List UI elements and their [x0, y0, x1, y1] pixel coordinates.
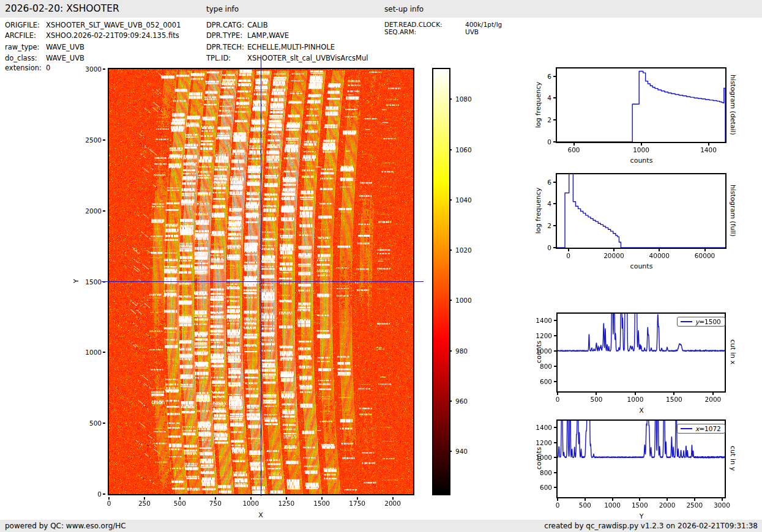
- crosshair-vertical-line: [261, 61, 261, 496]
- tick-mark: [554, 427, 556, 428]
- tick-mark: [694, 498, 695, 501]
- cut-x-xlabel: X: [605, 407, 678, 415]
- file-info-label: extension:: [5, 64, 42, 72]
- tick-label: 800: [524, 363, 552, 370]
- tick-mark: [673, 393, 674, 395]
- tick-mark: [553, 182, 556, 183]
- tick-mark: [103, 423, 105, 424]
- tick-mark: [449, 451, 452, 452]
- tick-label: 1000: [617, 396, 654, 403]
- tick-mark: [641, 143, 642, 146]
- tick-label: 1400: [524, 317, 552, 324]
- tick-label: 1000: [455, 297, 484, 304]
- tick-label: 1250: [268, 500, 305, 507]
- tick-mark: [635, 393, 636, 395]
- tick-label: 750: [197, 500, 234, 507]
- tick-mark: [554, 442, 556, 443]
- tick-label: 600: [524, 378, 552, 385]
- tick-mark: [596, 393, 597, 395]
- tick-mark: [449, 199, 452, 201]
- tick-mark: [554, 366, 556, 367]
- file-info-label: ARCFILE:: [5, 31, 36, 40]
- tick-mark: [553, 119, 556, 120]
- tick-mark: [449, 149, 452, 150]
- tick-label: 1000: [623, 146, 660, 153]
- tick-label: 60000: [687, 252, 723, 259]
- setup-info-value: UVB: [465, 28, 479, 35]
- type-info-label: TPL.ID:: [206, 54, 231, 62]
- hist-full-side-label: histogram (full): [729, 174, 737, 248]
- type-info-label: DPR.TYPE:: [206, 31, 242, 40]
- tick-label: 940: [455, 448, 484, 455]
- tick-mark: [704, 249, 706, 251]
- cut-x-side-label: cut in x: [729, 316, 737, 389]
- tick-label: 0: [523, 138, 551, 146]
- qc-report-page: 2026-02-20: XSHOOTER type info set-up in…: [0, 0, 762, 532]
- colorbar-gradient: [433, 69, 449, 494]
- tick-mark: [667, 498, 668, 501]
- tick-label: 6: [523, 179, 551, 186]
- tick-label: 1500: [304, 500, 340, 507]
- hist-full-xlabel: counts: [605, 262, 678, 270]
- tick-mark: [554, 457, 556, 458]
- tick-mark: [554, 350, 556, 352]
- file-info-label: ORIGFILE:: [5, 21, 40, 29]
- tick-label: 1000: [524, 347, 552, 355]
- tick-label: 1040: [455, 196, 484, 204]
- tick-label: 1080: [455, 95, 484, 103]
- file-info-label: do_class:: [5, 54, 37, 62]
- type-info-header: type info: [206, 5, 239, 13]
- tick-label: 1200: [524, 439, 552, 446]
- tick-mark: [573, 143, 575, 146]
- tick-label: 1060: [455, 146, 484, 153]
- crosshair-horizontal-line: [102, 281, 424, 282]
- tick-mark: [722, 498, 723, 501]
- tick-mark: [712, 393, 714, 395]
- tick-mark: [639, 498, 640, 501]
- tick-label: 2500: [73, 136, 102, 144]
- tick-mark: [557, 393, 558, 395]
- tick-label: 40000: [641, 252, 678, 259]
- footer-left-text: powered by QC: www.eso.org/HC: [5, 522, 126, 530]
- tick-mark: [554, 487, 556, 488]
- tick-label: 6: [523, 73, 551, 80]
- tick-label: 0: [73, 490, 102, 498]
- hist_full-canvas: [557, 174, 725, 248]
- tick-mark: [103, 68, 105, 70]
- tick-label: 1750: [339, 500, 376, 507]
- type-info-label: DPR.TECH:: [206, 43, 244, 51]
- hist_detail-canvas: [557, 68, 725, 142]
- tick-label: 1500: [73, 278, 102, 286]
- legend-line-sample: [681, 321, 692, 322]
- hist_full-plot: [556, 173, 727, 249]
- tick-mark: [554, 335, 556, 336]
- tick-label: 1400: [524, 424, 552, 431]
- tick-label: 600: [524, 484, 552, 491]
- file-info-value: WAVE_UVB: [46, 43, 84, 51]
- cut-x-legend: y=1500: [677, 317, 725, 327]
- tick-label: 1000: [233, 500, 269, 507]
- tick-label: 500: [162, 500, 198, 507]
- tick-label: 1400: [690, 146, 727, 153]
- tick-mark: [449, 401, 452, 402]
- tick-mark: [553, 247, 556, 248]
- tick-label: 0: [91, 500, 127, 507]
- setup-info-label: SEQ.ARM:: [384, 28, 416, 35]
- tick-label: 0: [539, 396, 576, 403]
- tick-label: 1000: [524, 454, 552, 461]
- tick-mark: [553, 225, 556, 226]
- tick-mark: [659, 249, 660, 251]
- tick-label: 3000: [704, 501, 741, 509]
- tick-label: 0: [523, 244, 551, 251]
- setup-info-value: 400k/1pt/lg: [465, 21, 502, 28]
- tick-mark: [585, 498, 586, 501]
- tick-label: 0: [550, 252, 587, 259]
- tick-mark: [613, 249, 614, 251]
- hist-detail-side-label: histogram (detail): [729, 68, 737, 142]
- tick-label: 500: [578, 396, 614, 403]
- type-info-value: CALIB: [247, 21, 268, 29]
- setup-info-header: set-up info: [384, 5, 424, 13]
- tick-mark: [553, 141, 556, 142]
- file-info-value: XSHOOTER_SLT_WAVE_UVB_052_0001: [46, 21, 181, 29]
- tick-label: 20000: [596, 252, 632, 259]
